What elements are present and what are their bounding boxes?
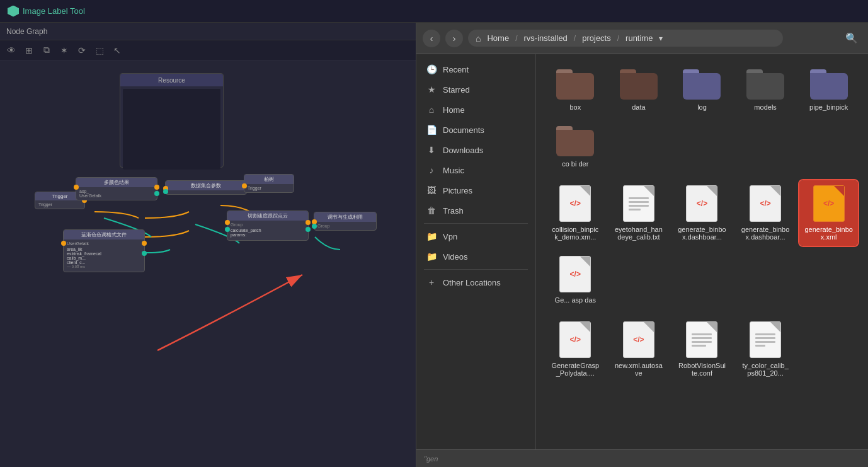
- vpn-icon: 📁: [426, 231, 437, 241]
- sidebar-item-starred[interactable]: ★ Starred: [416, 79, 535, 100]
- folder-pipe-binpick-label: pipe_binpick: [809, 103, 848, 111]
- node-file[interactable]: 蓝渐色色调格式文件 UserGelatk area_lik estrinsk_f…: [63, 229, 145, 272]
- box-icon[interactable]: ⬚: [92, 43, 107, 58]
- file-manager: ‹ › ⌂ Home / rvs-installed / projects / …: [416, 23, 868, 467]
- file-generate-dashboard-1[interactable]: </> generate_binbox.dashboar...: [673, 180, 731, 246]
- file-eyetohand-label: eyetohand_handeye_calib.txt: [615, 226, 663, 241]
- folder-co-bi[interactable]: co bi der: [546, 121, 605, 173]
- file-generate-grasp-label: GenerateGrasp_Polydata....: [551, 362, 600, 377]
- sidebar-label-documents: Documents: [443, 125, 484, 135]
- cursor-icon[interactable]: ↖: [110, 43, 125, 58]
- breadcrumb-rvs[interactable]: rvs-installed: [520, 32, 571, 44]
- eye-icon[interactable]: 👁: [4, 43, 19, 58]
- main-layout: Node Graph 👁 ⊞ ⧉ ✶ ⟳ ⬚ ↖ Resource: [0, 23, 868, 467]
- sidebar-item-trash[interactable]: 🗑 Trash: [416, 200, 535, 221]
- node-trigger2[interactable]: 柏树 Trigger: [244, 174, 294, 193]
- sidebar-item-pictures[interactable]: 🖼 Pictures: [416, 180, 535, 200]
- fm-body: 🕒 Recent ★ Starred ⌂ Home 📄 Documents ⬇: [416, 54, 868, 449]
- file-generate-dashboard-2[interactable]: </> generate_binbox.dashboar...: [736, 180, 795, 246]
- file-new-xml-label: new.xml.autosave: [615, 362, 663, 377]
- resource-box: Resource: [120, 73, 224, 168]
- grid-icon[interactable]: ⊞: [21, 43, 37, 58]
- sidebar-item-vpn[interactable]: 📁 Vpn: [416, 226, 535, 246]
- back-button[interactable]: ‹: [423, 30, 440, 47]
- sidebar-item-home[interactable]: ⌂ Home: [416, 100, 535, 120]
- file-generate-dashboard-2-label: generate_binbox.dashboar...: [741, 226, 790, 241]
- file-generate-dashboard-1-icon: </>: [686, 185, 717, 222]
- app-logo-icon: [8, 6, 19, 17]
- node-graph-header: Node Graph: [0, 23, 416, 40]
- red-arrow: [126, 256, 346, 382]
- downloads-icon: ⬇: [426, 145, 437, 155]
- recent-icon: 🕒: [426, 64, 437, 74]
- breadcrumb-home[interactable]: Home: [483, 32, 513, 44]
- breadcrumb-projects[interactable]: projects: [578, 32, 615, 44]
- forward-button[interactable]: ›: [445, 30, 463, 47]
- folder-log-icon: [683, 69, 721, 100]
- breadcrumb-runtime[interactable]: runtime: [622, 32, 656, 44]
- sidebar-label-other-locations: Other Locations: [443, 278, 501, 287]
- file-new-xml[interactable]: </> new.xml.autosave: [610, 316, 668, 382]
- node-graph-canvas[interactable]: Resource: [0, 61, 416, 467]
- file-grid: </> collision_binpick_demo.xm...: [546, 180, 858, 309]
- nodes-area: Trigger Trigger 多颜色结果 asp_ UserGelatk 数据…: [0, 174, 416, 467]
- sidebar-item-videos[interactable]: 📁 Videos: [416, 246, 535, 267]
- file-ty-color-icon: [750, 321, 781, 358]
- node-data-merge[interactable]: 数据集合参数: [165, 180, 247, 195]
- fm-sidebar: 🕒 Recent ★ Starred ⌂ Home 📄 Documents ⬇: [416, 54, 536, 449]
- home-icon[interactable]: ⌂: [476, 33, 481, 43]
- folder-data[interactable]: data: [610, 64, 668, 116]
- top-bar: Image Label Tool: [0, 0, 868, 23]
- folder-models[interactable]: models: [736, 64, 795, 116]
- node-graph-panel: Node Graph 👁 ⊞ ⧉ ✶ ⟳ ⬚ ↖ Resource: [0, 23, 416, 467]
- sidebar-separator-2: [424, 269, 528, 270]
- app-title: Image Label Tool: [8, 6, 85, 17]
- breadcrumb-dropdown[interactable]: ▾: [659, 34, 663, 43]
- folder-co-bi-label: co bi der: [562, 160, 588, 168]
- file-ge-asp[interactable]: </> Ge... asp das: [546, 251, 605, 309]
- sidebar-item-documents[interactable]: 📄 Documents: [416, 120, 535, 140]
- file-eyetohand[interactable]: eyetohand_handeye_calib.txt: [610, 180, 668, 246]
- sidebar-item-other-locations[interactable]: + Other Locations: [416, 272, 535, 292]
- sidebar-item-recent[interactable]: 🕒 Recent: [416, 59, 535, 79]
- file-ty-color-label: ty_color_calib_ps801_20...: [741, 362, 790, 377]
- sidebar-label-music: Music: [443, 166, 464, 175]
- search-button[interactable]: 🔍: [842, 28, 862, 49]
- file-ty-color[interactable]: ty_color_calib_ps801_20...: [736, 316, 795, 382]
- file-collision-icon: </>: [559, 185, 591, 222]
- fm-bottom-bar: "gen: [416, 449, 868, 467]
- file-collision[interactable]: </> collision_binpick_demo.xm...: [546, 180, 605, 246]
- layers-icon[interactable]: ⧉: [39, 43, 54, 58]
- node-graph-toolbar: 👁 ⊞ ⧉ ✶ ⟳ ⬚ ↖: [0, 40, 416, 61]
- file-generate-grasp-icon: </>: [559, 321, 591, 358]
- file-generate-binbox-xml-icon: </>: [813, 185, 845, 222]
- refresh-icon[interactable]: ⟳: [74, 43, 89, 58]
- music-icon: ♪: [426, 165, 437, 175]
- pictures-icon: 🖼: [426, 185, 437, 195]
- sidebar-label-pictures: Pictures: [443, 186, 472, 195]
- node-play-ctrl[interactable]: 调节与生成利用 Group: [314, 212, 377, 231]
- folder-co-bi-icon: [556, 126, 594, 156]
- node-cutting[interactable]: 切割速度跟踪点云 Group calculate_patch params:: [227, 210, 309, 241]
- sidebar-label-recent: Recent: [443, 65, 469, 74]
- resource-box-body: [123, 89, 220, 170]
- folder-data-label: data: [632, 103, 645, 111]
- sidebar-item-downloads[interactable]: ⬇ Downloads: [416, 140, 535, 160]
- file-generate-binbox-xml-label: generate_binbox.xml: [804, 226, 853, 241]
- file-robot-vision[interactable]: RobotVisionSuite.conf: [673, 316, 731, 382]
- resource-box-header: Resource: [120, 74, 223, 86]
- sidebar-separator: [424, 223, 528, 224]
- file-generate-grasp[interactable]: </> GenerateGrasp_Polydata....: [546, 316, 605, 382]
- file-generate-binbox-xml[interactable]: </> generate_binbox.xml: [799, 180, 858, 246]
- asterisk-icon[interactable]: ✶: [57, 43, 72, 58]
- sidebar-item-music[interactable]: ♪ Music: [416, 160, 535, 180]
- folder-log[interactable]: log: [673, 64, 731, 116]
- folder-grid: box data: [546, 64, 858, 173]
- folder-pipe-binpick[interactable]: pipe_binpick: [799, 64, 858, 116]
- app-title-text: Image Label Tool: [23, 6, 85, 16]
- file-grid-2: </> GenerateGrasp_Polydata.... </> new.x…: [546, 316, 858, 382]
- folder-box[interactable]: box: [546, 64, 605, 116]
- folder-models-label: models: [754, 103, 776, 111]
- other-locations-icon: +: [426, 277, 437, 287]
- node-multi-color[interactable]: 多颜色结果 asp_ UserGelatk: [76, 177, 157, 200]
